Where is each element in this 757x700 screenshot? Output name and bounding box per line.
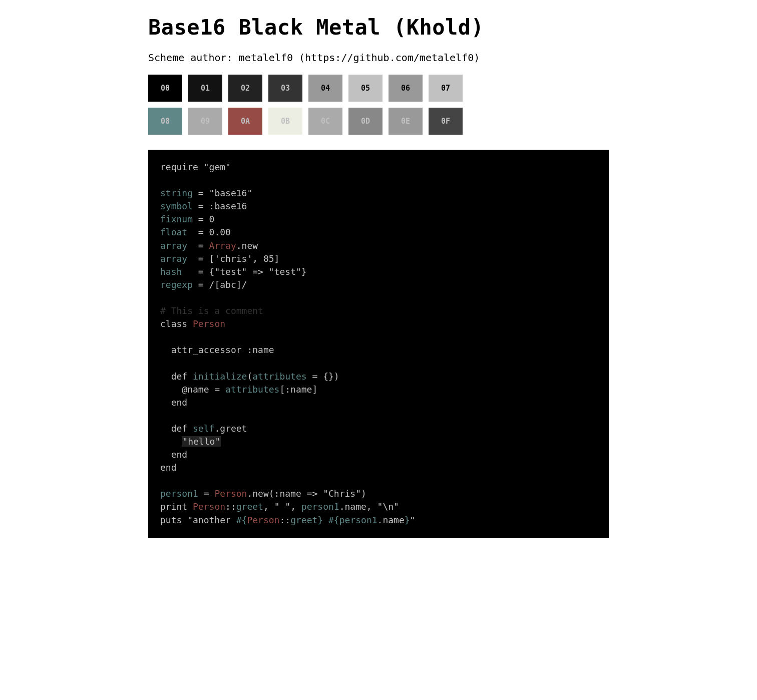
code-token: =	[193, 201, 209, 211]
code-line: print Person::greet, " ", person1.name, …	[160, 500, 597, 513]
code-token: attributes	[252, 371, 306, 382]
code-token: def	[160, 371, 193, 382]
swatch-06: 06	[389, 75, 423, 102]
code-token: float	[160, 227, 187, 237]
code-token: # This is a comment	[160, 305, 263, 316]
code-token	[323, 515, 328, 525]
code-token: "	[410, 515, 416, 525]
code-line: array = Array.new	[160, 239, 597, 252]
code-line: fixnum = 0	[160, 213, 597, 226]
code-line: string = "base16"	[160, 187, 597, 200]
code-token: @name =	[160, 384, 225, 395]
code-token: Person	[247, 515, 279, 525]
code-token: =	[193, 279, 209, 290]
code-line: def self.greet	[160, 422, 597, 435]
swatch-0F: 0F	[429, 108, 463, 135]
code-token: end	[160, 397, 187, 408]
code-token: ]	[274, 253, 280, 264]
code-token: self	[193, 423, 214, 434]
code-token: =>	[247, 266, 268, 277]
code-token: "hello"	[182, 436, 221, 447]
code-sample: require "gem" string = "base16"symbol = …	[148, 150, 609, 538]
code-token: }	[405, 515, 410, 525]
code-line: attr_accessor :name	[160, 343, 597, 357]
code-token: string	[160, 188, 193, 198]
swatch-09: 09	[188, 108, 222, 135]
code-token: .greet	[214, 423, 247, 434]
code-token: "test"	[269, 266, 301, 277]
code-line	[160, 330, 597, 343]
code-token: array	[160, 240, 187, 251]
code-line: float = 0.00	[160, 226, 597, 239]
code-token: .name	[377, 515, 405, 525]
code-token: attr_accessor	[160, 344, 247, 355]
code-token: 'chris'	[214, 253, 252, 264]
swatch-0B: 0B	[268, 108, 302, 135]
swatch-01: 01	[188, 75, 222, 102]
code-token: #{	[328, 515, 339, 525]
code-line: puts "another #{Person::greet} #{person1…	[160, 514, 597, 527]
swatch-07: 07	[429, 75, 463, 102]
code-token: .name,	[339, 501, 377, 512]
code-line: end	[160, 448, 597, 461]
code-token: ::	[225, 501, 236, 512]
code-token: " "	[274, 501, 291, 512]
code-line: person1 = Person.new(:name => "Chris")	[160, 487, 597, 500]
code-token: = [	[187, 253, 214, 264]
code-token: =>	[301, 488, 323, 499]
code-line: def initialize(attributes = {})	[160, 370, 597, 383]
code-token: array	[160, 253, 187, 264]
code-token: =	[193, 214, 209, 224]
page-title: Base16 Black Metal (Khold)	[148, 15, 609, 40]
code-token: =	[187, 227, 209, 237]
code-token: fixnum	[160, 214, 193, 224]
code-line	[160, 409, 597, 422]
code-token: greet	[236, 501, 263, 512]
code-line: # This is a comment	[160, 304, 597, 317]
code-token: )	[361, 488, 366, 499]
code-token: end	[160, 449, 187, 460]
code-token: Person	[214, 488, 247, 499]
code-token: "gem"	[204, 162, 231, 172]
code-token: "test"	[214, 266, 247, 277]
code-token: (	[247, 371, 252, 382]
code-token: =	[187, 240, 209, 251]
swatch-0A: 0A	[228, 108, 262, 135]
code-token: end	[160, 462, 177, 473]
code-token: "another	[187, 515, 236, 525]
code-token: ,	[290, 501, 301, 512]
code-line	[160, 357, 597, 370]
code-token: symbol	[160, 201, 193, 211]
code-token: "\n"	[377, 501, 399, 512]
code-token: initialize	[193, 371, 247, 382]
code-token: "Chris"	[323, 488, 361, 499]
code-line: array = ['chris', 85]	[160, 252, 597, 265]
code-token: :name	[285, 384, 312, 395]
swatch-0C: 0C	[308, 108, 342, 135]
code-token: ::	[279, 515, 290, 525]
code-token: Person	[193, 501, 225, 512]
code-token: regexp	[160, 279, 193, 290]
code-token: person1	[301, 501, 339, 512]
code-token: 0	[209, 214, 215, 224]
code-line: require "gem"	[160, 161, 597, 174]
swatch-00: 00	[148, 75, 182, 102]
code-line	[160, 174, 597, 187]
code-token: hash	[160, 266, 182, 277]
code-token: = {})	[307, 371, 339, 382]
code-token: =	[198, 488, 215, 499]
code-token: person1	[160, 488, 198, 499]
code-token: ]	[312, 384, 317, 395]
code-line: hash = {"test" => "test"}	[160, 265, 597, 278]
code-line: @name = attributes[:name]	[160, 383, 597, 396]
code-token: require	[160, 162, 204, 172]
swatch-03: 03	[268, 75, 302, 102]
code-token: }	[317, 515, 323, 525]
code-line: class Person	[160, 317, 597, 330]
code-line: regexp = /[abc]/	[160, 278, 597, 291]
code-token: }	[301, 266, 307, 277]
code-token: greet	[290, 515, 317, 525]
code-token: /[abc]/	[209, 279, 247, 290]
code-token: :name	[247, 344, 274, 355]
code-token: Person	[193, 318, 225, 329]
